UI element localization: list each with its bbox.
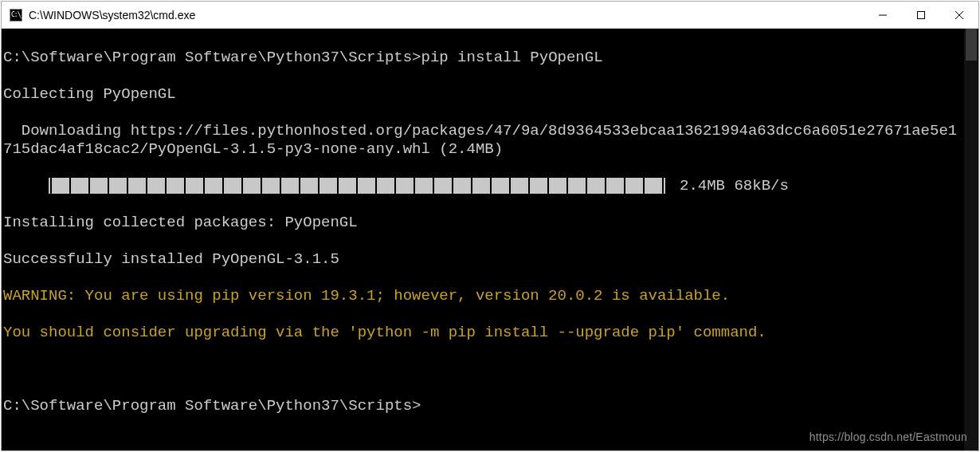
maximize-icon: [916, 10, 926, 20]
progress-segment: [511, 178, 528, 194]
progress-segment: [281, 178, 299, 194]
terminal-area[interactable]: C:\Software\Program Software\Python37\Sc…: [2, 29, 978, 450]
progress-segment: [243, 178, 261, 194]
prompt-path: C:\Software\Program Software\Python37\Sc…: [3, 397, 421, 415]
prompt-path: C:\Software\Program Software\Python37\Sc…: [3, 49, 421, 66]
close-icon: [955, 10, 964, 20]
progress-label: 2.4MB 68kB/s: [680, 177, 789, 195]
progress-segment: [645, 178, 662, 194]
watermark-text: https://blog.csdn.net/Eastmoun: [809, 431, 967, 442]
scrollbar-thumb[interactable]: [966, 29, 977, 61]
progress-segment: [71, 178, 88, 194]
progress-segment: [377, 178, 394, 194]
progress-bar: [49, 178, 665, 194]
output-line: Installing collected packages: PyOpenGL: [3, 214, 962, 232]
progress-segment: [205, 178, 222, 194]
progress-segment: [415, 178, 433, 194]
progress-line: 2.4MB 68kB/s: [3, 177, 962, 195]
progress-segment: [396, 178, 414, 194]
progress-segment: [549, 178, 566, 194]
progress-segment: [186, 178, 203, 194]
minimize-icon: [878, 10, 888, 20]
progress-segment: [472, 178, 490, 194]
progress-segment: [625, 178, 643, 194]
progress-segment: [52, 178, 69, 194]
progress-segment: [128, 178, 146, 194]
progress-segment: [606, 178, 624, 194]
progress-segment: [319, 178, 337, 194]
window-title: C:\WINDOWS\system32\cmd.exe: [29, 9, 195, 22]
close-button[interactable]: [940, 2, 978, 29]
svg-rect-1: [918, 11, 925, 18]
output-line: Downloading https://files.pythonhosted.o…: [3, 122, 962, 159]
warning-line: WARNING: You are using pip version 19.3.…: [3, 287, 962, 305]
vertical-scrollbar[interactable]: [964, 29, 978, 450]
progress-segment: [434, 178, 452, 194]
progress-segment: [167, 178, 184, 194]
progress-segment: [109, 178, 127, 194]
progress-segment: [358, 178, 375, 194]
progress-segment: [530, 178, 547, 194]
output-line: Collecting PyOpenGL: [3, 85, 962, 104]
progress-segment: [90, 178, 108, 194]
progress-segment: [147, 178, 165, 194]
blank-line: [3, 360, 962, 379]
progress-segment: [587, 178, 605, 194]
warning-line: You should consider upgrading via the 'p…: [3, 324, 962, 342]
maximize-button[interactable]: [902, 2, 940, 29]
progress-segment: [492, 178, 509, 194]
progress-segment: [224, 178, 241, 194]
command-text: pip install PyOpenGL: [421, 49, 603, 66]
progress-segment: [453, 178, 471, 194]
cmd-window: C:\WINDOWS\system32\cmd.exe C:\Software\…: [1, 1, 979, 451]
cmd-app-icon: [10, 9, 22, 22]
minimize-button[interactable]: [864, 2, 902, 29]
output-line: Successfully installed PyOpenGL-3.1.5: [3, 250, 962, 269]
progress-segment: [568, 178, 586, 194]
progress-segment: [339, 178, 356, 194]
progress-segment: [300, 178, 318, 194]
progress-segment: [262, 178, 280, 194]
terminal-output: C:\Software\Program Software\Python37\Sc…: [3, 30, 962, 450]
titlebar[interactable]: C:\WINDOWS\system32\cmd.exe: [2, 2, 978, 29]
